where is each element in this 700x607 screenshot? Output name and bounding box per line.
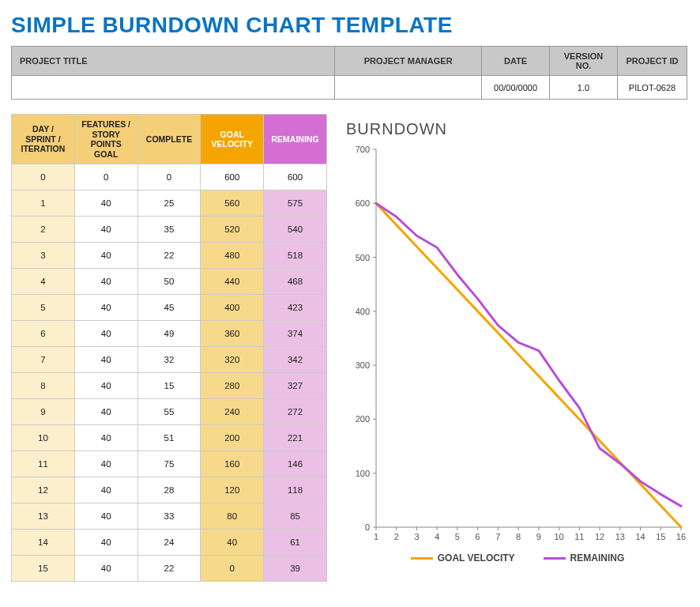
x-tick-label: 12	[595, 532, 604, 541]
cell-remaining[interactable]: 342	[264, 347, 327, 373]
cell-complete[interactable]: 22	[137, 556, 201, 582]
cell-complete[interactable]: 33	[137, 503, 201, 530]
cell-features[interactable]: 40	[74, 399, 137, 425]
legend-item: GOAL VELOCITY	[411, 552, 515, 564]
cell-day[interactable]: 6	[12, 321, 75, 347]
cell-goal[interactable]: 0	[201, 556, 264, 582]
meta-value-project-manager[interactable]	[335, 76, 482, 100]
y-tick-label: 200	[356, 414, 370, 424]
cell-features[interactable]: 40	[74, 217, 137, 243]
cell-goal[interactable]: 440	[201, 269, 264, 295]
burndown-chart: 0100200300400500600700123456789101112131…	[346, 145, 686, 548]
cell-complete[interactable]: 25	[137, 190, 201, 217]
cell-complete[interactable]: 55	[137, 399, 201, 425]
cell-complete[interactable]: 75	[137, 451, 201, 477]
cell-remaining[interactable]: 61	[264, 530, 327, 556]
cell-remaining[interactable]: 600	[264, 164, 327, 190]
cell-day[interactable]: 8	[12, 373, 75, 399]
cell-features[interactable]: 40	[74, 425, 137, 451]
x-tick-label: 10	[554, 532, 563, 541]
cell-features[interactable]: 40	[74, 530, 137, 556]
table-row: 1340338085	[12, 503, 327, 530]
cell-features[interactable]: 40	[74, 347, 137, 373]
cell-remaining[interactable]: 221	[264, 425, 327, 451]
y-tick-label: 600	[356, 198, 370, 208]
cell-features[interactable]: 40	[74, 295, 137, 321]
cell-goal[interactable]: 360	[201, 321, 264, 347]
cell-goal[interactable]: 600	[201, 164, 264, 190]
cell-remaining[interactable]: 468	[264, 269, 327, 295]
cell-features[interactable]: 40	[74, 373, 137, 399]
cell-complete[interactable]: 49	[137, 321, 201, 347]
cell-features[interactable]: 40	[74, 503, 137, 530]
chart-title: BURNDOWN	[346, 120, 689, 138]
cell-day[interactable]: 10	[12, 425, 75, 451]
y-tick-label: 0	[365, 522, 370, 532]
cell-day[interactable]: 12	[12, 477, 75, 503]
cell-remaining[interactable]: 39	[264, 556, 327, 582]
cell-complete[interactable]: 15	[137, 373, 201, 399]
cell-day[interactable]: 15	[12, 556, 75, 582]
cell-remaining[interactable]: 272	[264, 399, 327, 425]
cell-day[interactable]: 1	[12, 190, 75, 217]
meta-value-date[interactable]: 00/00/0000	[482, 76, 550, 100]
cell-features[interactable]: 0	[74, 164, 137, 190]
meta-header-project-id: PROJECT ID	[617, 47, 687, 76]
cell-complete[interactable]: 35	[137, 217, 201, 243]
legend-swatch	[544, 557, 566, 560]
cell-complete[interactable]: 50	[137, 269, 201, 295]
cell-day[interactable]: 7	[12, 347, 75, 373]
cell-remaining[interactable]: 85	[264, 503, 327, 530]
meta-value-project-id[interactable]: PILOT-0628	[617, 76, 687, 100]
cell-complete[interactable]: 51	[137, 425, 201, 451]
cell-remaining[interactable]: 540	[264, 217, 327, 243]
cell-goal[interactable]: 80	[201, 503, 264, 530]
cell-complete[interactable]: 45	[137, 295, 201, 321]
cell-day[interactable]: 11	[12, 451, 75, 477]
cell-remaining[interactable]: 423	[264, 295, 327, 321]
meta-value-project-title[interactable]	[12, 76, 335, 100]
cell-features[interactable]: 40	[74, 321, 137, 347]
table-row: 64049360374	[12, 321, 327, 347]
cell-goal[interactable]: 520	[201, 217, 264, 243]
cell-day[interactable]: 2	[12, 217, 75, 243]
legend-item: REMAINING	[544, 552, 625, 564]
cell-remaining[interactable]: 575	[264, 190, 327, 217]
cell-goal[interactable]: 160	[201, 451, 264, 477]
cell-day[interactable]: 4	[12, 269, 75, 295]
cell-goal[interactable]: 480	[201, 243, 264, 269]
cell-complete[interactable]: 22	[137, 243, 201, 269]
cell-goal[interactable]: 120	[201, 477, 264, 503]
cell-day[interactable]: 13	[12, 503, 75, 530]
cell-features[interactable]: 40	[74, 477, 137, 503]
cell-complete[interactable]: 24	[137, 530, 201, 556]
cell-complete[interactable]: 0	[137, 164, 201, 190]
cell-goal[interactable]: 40	[201, 530, 264, 556]
cell-remaining[interactable]: 518	[264, 243, 327, 269]
cell-features[interactable]: 40	[74, 190, 137, 217]
table-row: 1440244061	[12, 530, 327, 556]
cell-goal[interactable]: 200	[201, 425, 264, 451]
cell-day[interactable]: 3	[12, 243, 75, 269]
cell-goal[interactable]: 400	[201, 295, 264, 321]
cell-goal[interactable]: 320	[201, 347, 264, 373]
table-row: 74032320342	[12, 347, 327, 373]
cell-features[interactable]: 40	[74, 556, 137, 582]
cell-remaining[interactable]: 327	[264, 373, 327, 399]
cell-goal[interactable]: 560	[201, 190, 264, 217]
cell-remaining[interactable]: 146	[264, 451, 327, 477]
cell-complete[interactable]: 32	[137, 347, 201, 373]
cell-features[interactable]: 40	[74, 243, 137, 269]
cell-remaining[interactable]: 374	[264, 321, 327, 347]
cell-goal[interactable]: 280	[201, 373, 264, 399]
meta-value-version[interactable]: 1.0	[550, 76, 618, 100]
cell-day[interactable]: 5	[12, 295, 75, 321]
cell-complete[interactable]: 28	[137, 477, 201, 503]
cell-features[interactable]: 40	[74, 451, 137, 477]
cell-remaining[interactable]: 118	[264, 477, 327, 503]
cell-features[interactable]: 40	[74, 269, 137, 295]
cell-goal[interactable]: 240	[201, 399, 264, 425]
cell-day[interactable]: 0	[12, 164, 75, 190]
cell-day[interactable]: 9	[12, 399, 75, 425]
cell-day[interactable]: 14	[12, 530, 75, 556]
